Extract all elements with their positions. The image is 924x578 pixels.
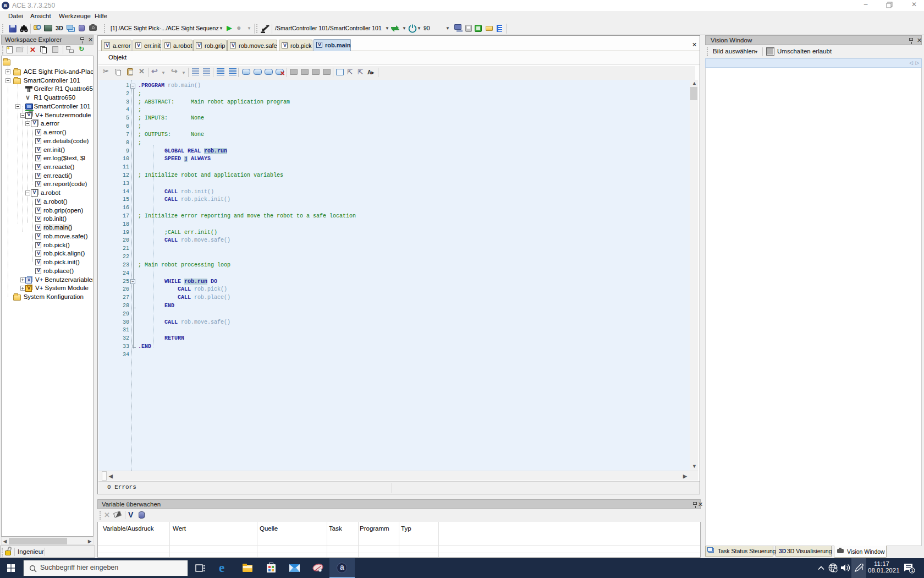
svg-text:1: 1 — [911, 568, 914, 573]
